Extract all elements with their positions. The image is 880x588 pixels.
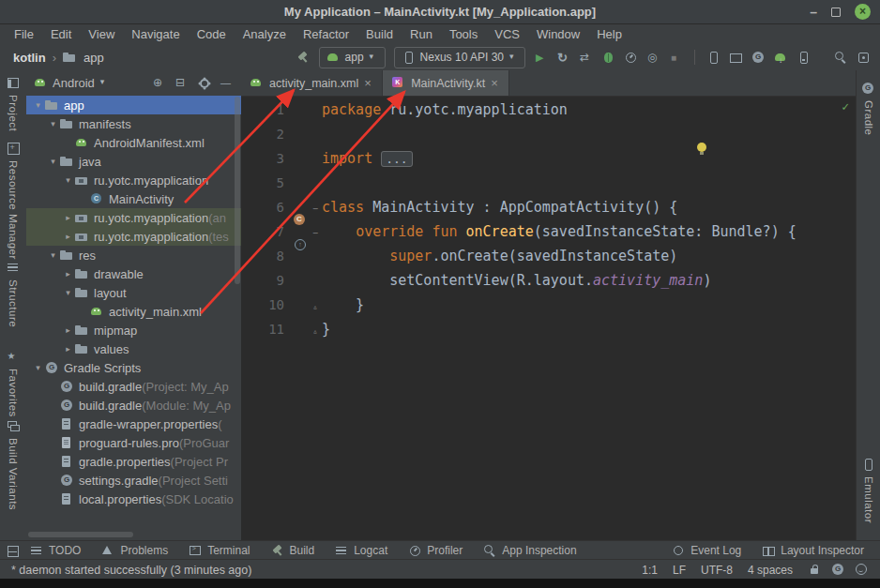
apply-changes-icon[interactable] (556, 51, 570, 65)
line-number[interactable]: 10 (241, 297, 292, 312)
chevron-right-icon[interactable] (62, 269, 74, 279)
horizontal-scrollbar[interactable] (28, 532, 133, 537)
notifications-icon[interactable] (857, 51, 871, 65)
tree-item-androidmanifest-xml[interactable]: AndroidManifest.xml (26, 133, 241, 152)
hide-panel-icon[interactable] (220, 76, 234, 90)
close-button[interactable] (855, 4, 871, 20)
menu-vcs[interactable]: VCS (486, 27, 528, 41)
attach-profiler-icon[interactable] (646, 51, 660, 65)
tree-item-proguard-rules-pro-proguar[interactable]: proguard-rules.pro (ProGuar (26, 433, 241, 452)
tool-button-build-variants[interactable]: Build Variants (0, 419, 26, 510)
code-text[interactable]: import ... (322, 150, 413, 167)
tool-button-project[interactable]: Project (0, 76, 26, 131)
code-text[interactable]: package ru.yotc.myapplication (322, 101, 568, 118)
project-view-selector[interactable]: Android (53, 76, 95, 90)
code-text[interactable]: setContentView(R.layout.activity_main) (322, 272, 711, 289)
line-number[interactable]: 11 (241, 322, 292, 337)
menu-refactor[interactable]: Refactor (295, 27, 357, 41)
status-1-1[interactable]: 1:1 (642, 564, 658, 577)
tree-item-ru-yotc-myapplication-an[interactable]: ru.yotc.myapplication (an (26, 208, 241, 227)
fold-marker-icon[interactable] (309, 296, 322, 313)
tree-item-settings-gradle-project-setti[interactable]: settings.gradle (Project Setti (26, 471, 241, 490)
layout-validation-icon[interactable] (729, 51, 743, 65)
menu-run[interactable]: Run (402, 27, 441, 41)
menu-analyze[interactable]: Analyze (235, 27, 295, 41)
menu-edit[interactable]: Edit (42, 27, 80, 41)
gradle-sync-icon[interactable] (751, 51, 766, 65)
tree-item-gradle-wrapper-properties[interactable]: gradle-wrapper.properties ( (26, 415, 241, 433)
tab-mainactivity-kt[interactable]: MainActivity.kt (383, 70, 509, 96)
intention-bulb-icon[interactable] (697, 143, 706, 152)
code-text[interactable]: } (322, 321, 330, 338)
toolwindow-button-layout-inspector[interactable]: Layout Inspector (751, 544, 874, 558)
tool-button-gradle[interactable]: Gradle (857, 82, 880, 136)
settings-gear-icon[interactable] (197, 76, 211, 90)
status-4-spaces[interactable]: 4 spaces (748, 564, 793, 577)
tree-item-build-gradle-project-my-ap[interactable]: build.gradle (Project: My_Ap (26, 377, 241, 396)
breadcrumb-app[interactable]: app (83, 51, 104, 65)
tree-item-ru-yotc-myapplication-tes[interactable]: ru.yotc.myapplication (tes (26, 227, 241, 246)
menu-tools[interactable]: Tools (441, 27, 486, 41)
tree-item-activity-main-xml[interactable]: activity_main.xml (26, 302, 241, 321)
chevron-down-icon[interactable] (32, 100, 44, 110)
chevron-down-icon[interactable] (47, 157, 59, 166)
toolwindow-button-todo[interactable]: TODO (20, 544, 91, 558)
toolwindow-button-terminal[interactable]: Terminal (178, 544, 260, 558)
maximize-button[interactable] (831, 8, 841, 17)
vertical-scrollbar[interactable] (235, 97, 240, 284)
run-config-selector[interactable]: app (319, 47, 386, 68)
collapse-all-icon[interactable] (174, 76, 189, 90)
tree-item-gradle-properties-project-pr[interactable]: gradle.properties (Project Pr (26, 452, 241, 471)
menu-view[interactable]: View (80, 27, 123, 41)
tree-item-build-gradle-module-my-ap[interactable]: build.gradle (Module: My_Ap (26, 396, 241, 415)
sdk-manager-icon[interactable] (774, 51, 788, 65)
menu-window[interactable]: Window (528, 27, 588, 41)
tree-item-values[interactable]: values (26, 339, 241, 358)
menu-file[interactable]: File (6, 27, 42, 41)
line-number[interactable]: 9 (241, 273, 292, 288)
tree-item-gradle-scripts[interactable]: Gradle Scripts (26, 358, 241, 377)
status-message[interactable]: * daemon started successfully (3 minutes… (11, 564, 251, 577)
profile-icon[interactable] (624, 51, 638, 65)
tree-item-ru-yotc-myapplication[interactable]: ru.yotc.myapplication (26, 171, 241, 189)
chevron-down-icon[interactable] (62, 175, 74, 185)
run-icon[interactable] (534, 51, 548, 65)
tab-activity-main-xml[interactable]: activity_main.xml (241, 70, 383, 96)
stop-icon[interactable] (669, 51, 683, 65)
tool-windows-icon[interactable] (6, 544, 20, 558)
debug-icon[interactable] (601, 51, 615, 65)
toolwindow-button-profiler[interactable]: Profiler (398, 544, 473, 558)
line-number[interactable]: 8 (241, 249, 292, 264)
tree-item-manifests[interactable]: manifests (26, 114, 241, 133)
code-text[interactable]: } (322, 296, 364, 313)
search-icon[interactable] (834, 51, 848, 65)
chevron-right-icon[interactable] (62, 213, 74, 222)
code-text[interactable]: class MainActivity : AppCompatActivity()… (322, 199, 677, 216)
fold-marker-icon[interactable] (309, 223, 322, 240)
tool-button-resource-manager[interactable]: Resource Manager (0, 142, 26, 260)
tree-item-layout[interactable]: layout (26, 283, 241, 302)
tool-button-emulator[interactable]: Emulator (857, 458, 880, 523)
device-manager-icon[interactable] (706, 51, 721, 65)
code-text[interactable]: override fun onCreate(savedInstanceState… (322, 223, 797, 240)
menu-code[interactable]: Code (189, 27, 235, 41)
toolwindow-button-event-log[interactable]: Event Log (661, 544, 751, 558)
tree-item-local-properties-sdk-locatio[interactable]: local.properties (SDK Locatio (26, 490, 241, 508)
toolwindow-button-build[interactable]: Build (261, 544, 326, 558)
menu-help[interactable]: Help (588, 27, 630, 41)
tree-item-drawable[interactable]: drawable (26, 264, 241, 283)
inspections-ok-icon[interactable]: ✓ (842, 99, 849, 113)
tree-item-mipmap[interactable]: mipmap (26, 321, 241, 339)
fold-marker-icon[interactable] (309, 321, 322, 338)
tool-button-structure[interactable]: Structure (0, 261, 26, 327)
breadcrumb-module[interactable]: kotlin (13, 51, 46, 65)
status-lf[interactable]: LF (673, 564, 686, 577)
line-number[interactable]: 7 (241, 224, 292, 239)
toolwindow-button-problems[interactable]: Problems (91, 544, 178, 558)
tool-button-favorites[interactable]: Favorites (0, 350, 26, 417)
device-selector[interactable]: Nexus 10 API 30 (394, 47, 525, 68)
status-utf-8[interactable]: UTF-8 (701, 564, 733, 577)
editor[interactable]: 1package ru.yotc.myapplication23import .… (241, 96, 857, 540)
menu-navigate[interactable]: Navigate (123, 27, 188, 41)
close-tab-icon[interactable] (364, 76, 373, 90)
